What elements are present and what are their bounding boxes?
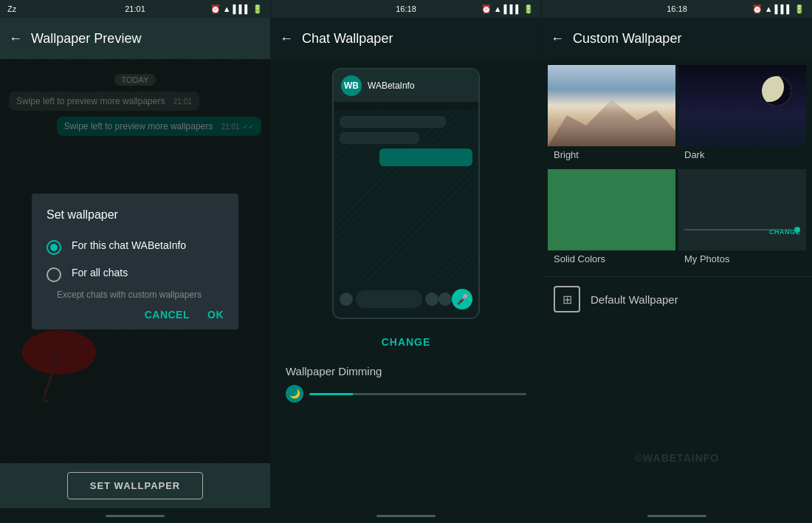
status-bar-p2: 16:18 ⏰ ▲ ▌▌▌ 🔋 (271, 0, 541, 18)
status-bar-panel1: Zz 21:01 ⏰ ▲ ▌▌▌ 🔋 (0, 0, 270, 18)
phone-bottom-bar: 🎤 (334, 281, 478, 318)
phone-text-input (356, 290, 422, 308)
default-wallpaper-row[interactable]: ⊞ Default Wallpaper (542, 276, 812, 321)
wallpaper-item-dark[interactable]: Dark (678, 65, 806, 166)
panel-custom-wallpaper: 16:18 ⏰ ▲ ▌▌▌ 🔋 ← Custom Wallpaper Brigh… (542, 0, 812, 523)
alarm-icon: ⏰ (210, 4, 221, 14)
status-left-p1: Zz (7, 4, 16, 13)
nav-pill-p1 (106, 515, 165, 517)
alarm-icon-p2: ⏰ (481, 4, 492, 14)
radio-this-chat[interactable] (47, 240, 61, 255)
attach-icon (425, 293, 438, 306)
status-icons-p3: ⏰ ▲ ▌▌▌ 🔋 (752, 4, 805, 14)
toolbar-p2: ← Chat Wallpaper (271, 18, 541, 59)
toolbar-p3: ← Custom Wallpaper (542, 18, 812, 59)
signal-icon-p3: ▌▌▌ (775, 4, 792, 13)
moon-shape (762, 76, 791, 106)
set-wallpaper-bar: SET WALLPAPER (0, 463, 270, 508)
dimming-row: 🌙 (286, 385, 526, 403)
bottom-nav-p1 (0, 508, 270, 523)
emoji-icon (340, 293, 353, 306)
phone-messages (334, 110, 478, 172)
option-all-chats-label: For all chats (72, 267, 128, 278)
signal-icon-p2: ▌▌▌ (504, 4, 521, 13)
camera-icon (438, 293, 452, 306)
wifi-icon-p3: ▲ (765, 4, 773, 13)
dimming-section: Wallpaper Dimming 🌙 (271, 356, 541, 411)
dimming-label: Wallpaper Dimming (286, 365, 526, 377)
phone-msg-s1 (379, 148, 472, 166)
nav-pill-p2 (376, 515, 436, 517)
ok-button[interactable]: OK (207, 309, 224, 321)
status-time-p1: 21:01 (125, 4, 145, 13)
status-icons-p2: ⏰ ▲ ▌▌▌ 🔋 (481, 4, 534, 14)
default-wallpaper-label: Default Wallpaper (591, 293, 678, 306)
chat-name: WABetaInfo (368, 81, 415, 91)
dialog-actions: CANCEL OK (32, 300, 238, 324)
radio-all-chats[interactable] (47, 267, 61, 282)
dimming-slider[interactable] (309, 393, 526, 395)
change-overlay-label: CHANGE (769, 228, 800, 236)
dark-label: Dark (678, 146, 806, 166)
status-icons-p1: ⏰ ▲ ▌▌▌ 🔋 (210, 4, 263, 14)
option-all-chats-sub: Except chats with custom wallpapers (32, 290, 238, 300)
my-photos-img: CHANGE (678, 169, 806, 250)
radio-inner-selected (50, 244, 58, 251)
set-wallpaper-button[interactable]: SET WALLPAPER (67, 472, 204, 499)
night-wallpaper-img (678, 65, 806, 146)
wifi-icon: ▲ (223, 4, 231, 13)
solid-label: Solid Colors (548, 250, 675, 270)
dialog-option-all-chats[interactable]: For all chats (32, 261, 238, 288)
dimming-icon: 🌙 (286, 385, 303, 403)
photos-label: My Photos (678, 250, 806, 270)
wallpaper-content-p1: TODAY Swipe left to preview more wallpap… (0, 59, 270, 463)
battery-icon: 🔋 (252, 4, 263, 14)
mountain-wallpaper-img (548, 65, 675, 146)
cancel-button[interactable]: CANCEL (145, 309, 190, 321)
bottom-nav-p2 (271, 508, 541, 523)
page-title-p2: Chat Wallpaper (302, 31, 393, 47)
alarm-icon-p3: ⏰ (752, 4, 763, 14)
dialog-overlay: Set wallpaper For this chat WABetaInfo F… (0, 59, 270, 463)
wallpaper-grid: Bright Dark Solid Colors CHANGE My Photo… (542, 59, 812, 276)
change-btn-area: CHANGE (271, 328, 541, 356)
signal-icon: ▌▌▌ (233, 4, 250, 13)
chat-avatar: WB (341, 75, 362, 96)
battery-icon-p3: 🔋 (794, 4, 805, 14)
back-button-p3[interactable]: ← (551, 31, 564, 47)
dialog-title: Set wallpaper (32, 208, 238, 233)
status-bar-p3: 16:18 ⏰ ▲ ▌▌▌ 🔋 (542, 0, 812, 18)
page-title-p3: Custom Wallpaper (573, 31, 681, 47)
phone-msg-r1 (340, 116, 446, 128)
option-this-chat-label: For this chat WABetaInfo (72, 239, 186, 251)
phone-chat-header: WB WABetaInfo (334, 69, 478, 102)
battery-icon-p2: 🔋 (523, 4, 534, 14)
status-time-p3: 16:18 (667, 4, 687, 13)
status-time-p2: 16:18 (396, 4, 416, 13)
back-button-p1[interactable]: ← (9, 31, 22, 47)
wallpaper-item-bright[interactable]: Bright (548, 65, 675, 166)
page-title-p1: Wallpaper Preview (31, 31, 141, 47)
nav-pill-p3 (647, 515, 706, 517)
panel-chat-wallpaper: 16:18 ⏰ ▲ ▌▌▌ 🔋 ← Chat Wallpaper WB WABe… (270, 0, 542, 523)
back-button-p2[interactable]: ← (280, 31, 293, 47)
wifi-icon-p2: ▲ (494, 4, 502, 13)
bright-label: Bright (548, 146, 675, 166)
mic-icon: 🎤 (452, 289, 472, 310)
watermark: ©WABETAINFO (635, 452, 719, 464)
toolbar-p1: ← Wallpaper Preview (0, 18, 270, 59)
default-wallpaper-icon: ⊞ (554, 286, 580, 312)
phone-msg-r2 (340, 132, 419, 144)
wallpaper-item-solid[interactable]: Solid Colors (548, 169, 675, 270)
chat-preview-phone: WB WABetaInfo 🎤 (332, 68, 480, 319)
set-wallpaper-dialog: Set wallpaper For this chat WABetaInfo F… (32, 194, 238, 329)
change-wallpaper-button[interactable]: CHANGE (382, 336, 431, 348)
bottom-nav-p3 (542, 508, 812, 523)
dialog-option-this-chat[interactable]: For this chat WABetaInfo (32, 233, 238, 261)
panel-wallpaper-preview: Zz 21:01 ⏰ ▲ ▌▌▌ 🔋 ← Wallpaper Preview T… (0, 0, 270, 523)
solid-color-img (548, 169, 675, 250)
wallpaper-item-photos[interactable]: CHANGE My Photos (678, 169, 806, 270)
